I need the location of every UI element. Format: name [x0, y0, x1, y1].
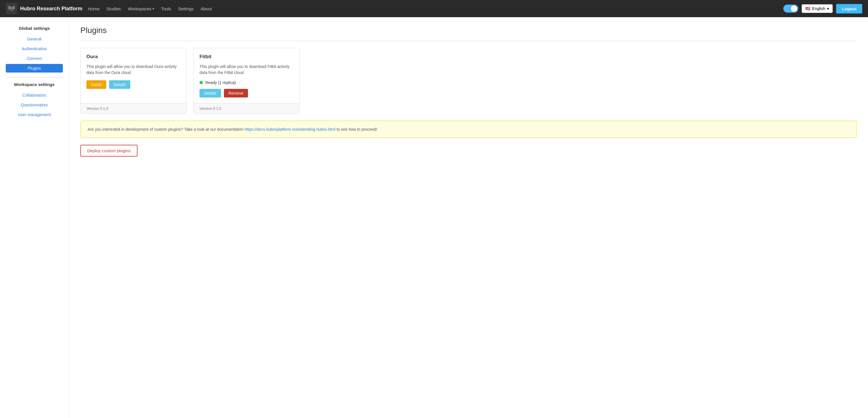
nav-settings[interactable]: Settings: [178, 6, 193, 11]
page-divider: [81, 41, 857, 41]
sidebar-item-connect[interactable]: Connect: [6, 54, 63, 63]
sidebar-item-plugins[interactable]: Plugins: [6, 64, 63, 73]
status-dot-icon: [199, 81, 203, 84]
fitbit-remove-button[interactable]: Remove: [224, 89, 248, 98]
sidebar: Global settings General Authentication C…: [0, 17, 69, 418]
nav-tools[interactable]: Tools: [161, 6, 171, 11]
toggle-knob: [791, 5, 797, 12]
logout-button[interactable]: Logout: [836, 4, 862, 13]
oura-details-button[interactable]: Details: [109, 80, 131, 89]
workspace-settings-title: Workspace settings: [6, 82, 63, 87]
navbar: Hubro Research Platform Home Studies Wor…: [0, 0, 868, 17]
svg-point-4: [12, 7, 14, 9]
plugin-card-fitbit-body: Fitbit This plugin will allow you to dow…: [194, 48, 299, 103]
plugin-card-oura-body: Oura This plugin will allow you to downl…: [81, 48, 186, 103]
nav-workspaces[interactable]: Workspaces ▾: [128, 6, 154, 11]
oura-title: Oura: [86, 54, 181, 60]
brand-title: Hubro Research Platform: [20, 6, 82, 12]
svg-point-3: [9, 7, 11, 9]
language-selector[interactable]: 🇺🇸 English ▾: [802, 4, 833, 13]
deploy-custom-plugins-button[interactable]: Deploy custom plugins: [81, 145, 137, 156]
oura-install-button[interactable]: Install: [86, 80, 106, 89]
fitbit-description: This plugin will allow you to download F…: [199, 64, 293, 76]
fitbit-status: Ready (1 replica): [199, 80, 293, 85]
plugin-card-oura: Oura This plugin will allow you to downl…: [81, 48, 187, 114]
info-box: Are you interested in development of cus…: [81, 121, 857, 138]
owl-logo-icon: [6, 3, 17, 14]
theme-toggle[interactable]: [783, 5, 798, 12]
page-title: Plugins: [81, 26, 857, 35]
sidebar-item-collaborators[interactable]: Collaborators: [6, 91, 63, 100]
fitbit-details-button[interactable]: Details: [199, 89, 221, 98]
navbar-right: 🇺🇸 English ▾ Logout: [783, 4, 862, 13]
oura-actions: Install Details: [86, 80, 181, 89]
nav-studies[interactable]: Studies: [106, 6, 121, 11]
lang-chevron-icon: ▾: [827, 6, 829, 11]
flag-icon: 🇺🇸: [805, 6, 810, 11]
nav-links: Home Studies Workspaces ▾ Tools Settings…: [88, 6, 778, 11]
sidebar-item-authentication[interactable]: Authentication: [6, 44, 63, 53]
global-settings-title: Global settings: [6, 26, 63, 31]
nav-home[interactable]: Home: [88, 6, 100, 11]
fitbit-status-text: Ready (1 replica): [205, 80, 236, 85]
sidebar-item-general[interactable]: General: [6, 35, 63, 43]
brand: Hubro Research Platform: [6, 3, 82, 14]
sidebar-divider: [6, 77, 63, 77]
sidebar-item-user-management[interactable]: User management: [6, 110, 63, 119]
fitbit-version: Version 0.1.0: [194, 103, 299, 113]
fitbit-actions: Details Remove: [199, 89, 293, 98]
info-text-after: to see how to proceed!: [336, 127, 377, 132]
language-label: English: [812, 6, 825, 11]
info-link[interactable]: https://docs.hubroplatform.no/extending-…: [245, 127, 336, 132]
page-layout: Global settings General Authentication C…: [0, 17, 868, 418]
svg-rect-0: [6, 3, 17, 14]
fitbit-title: Fitbit: [199, 54, 293, 60]
oura-description: This plugin will allow you to download O…: [86, 64, 181, 76]
nav-about[interactable]: About: [200, 6, 212, 11]
plugins-grid: Oura This plugin will allow you to downl…: [81, 48, 857, 114]
plugin-card-fitbit: Fitbit This plugin will allow you to dow…: [193, 48, 300, 114]
sidebar-item-questionnaires[interactable]: Questionnaires: [6, 101, 63, 109]
info-text-before: Are you interested in development of cus…: [88, 127, 245, 132]
oura-version: Version 0.1.0: [81, 103, 186, 113]
main-content: Plugins Oura This plugin will allow you …: [69, 17, 868, 418]
chevron-down-icon: ▾: [152, 7, 154, 11]
